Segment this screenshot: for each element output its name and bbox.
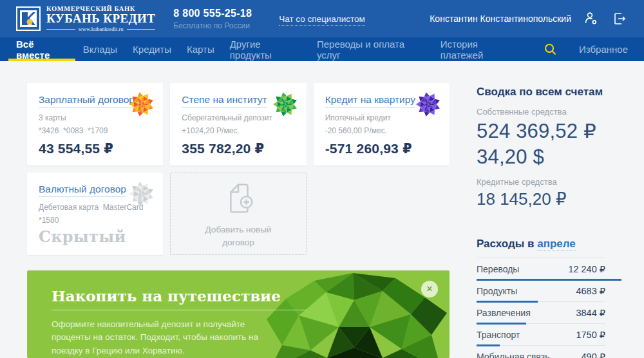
account-card-deposit[interactable]: Степе на институт Сберегательный депозит…	[170, 83, 306, 165]
nav-tab-cards[interactable]: Карты	[179, 37, 222, 61]
expenses-table: Переводы 12 240 ₽ Продукты 4683 ₽ Развле…	[477, 257, 621, 358]
phone-block: 8 800 555-25-18 Бесплатно по России	[173, 8, 252, 30]
close-icon[interactable]: ✕	[421, 281, 438, 297]
user-area: Константин Константинопольский	[430, 10, 628, 27]
main-nav: Всё вместе Вклады Кредиты Карты Другие п…	[0, 37, 644, 61]
account-balance-hidden: Скрытый	[39, 227, 126, 246]
expense-bar	[477, 323, 526, 325]
phone-number: 8 800 555-25-18	[173, 8, 252, 19]
credit-funds-rub: 18 145,20 ₽	[477, 189, 621, 209]
add-document-icon	[218, 178, 258, 218]
summary-sidebar: Сводка по всем счетам Собственные средст…	[477, 83, 621, 358]
account-balance: -571 260,93 ₽	[325, 141, 412, 156]
own-funds-rub: 524 369,52 ₽	[477, 119, 621, 143]
user-name[interactable]: Константин Константинопольский	[430, 14, 571, 24]
expenses-title: Расходы в апреле	[477, 238, 621, 250]
account-title-link[interactable]: Степе на институт	[182, 94, 267, 108]
expense-row: Продукты 4683 ₽	[477, 281, 621, 301]
expense-row: Развлечения 3844 ₽	[477, 303, 621, 323]
nav-tab-favorites[interactable]: Избранное	[571, 37, 636, 61]
bank-logo[interactable]: КОММЕРЧЕСКИЙ БАНК КУБАНЬ КРЕДИТ www.kuba…	[16, 5, 155, 32]
account-title-link[interactable]: Валютный договор	[39, 184, 126, 197]
phone-note: Бесплатно по России	[173, 21, 252, 30]
accounts-column: Зарплатный договор 3 карты*3426 *0083 *1…	[27, 83, 450, 358]
add-contract-label: Добавить новый договор	[193, 223, 283, 249]
expense-bar	[477, 301, 538, 303]
banner-body-text: Оформите накопительный депозит и получай…	[52, 318, 264, 357]
bank-site-label: www.kubankredit.ru	[46, 26, 155, 32]
own-funds-label: Собственные средства	[477, 107, 621, 117]
bank-logo-icon	[16, 6, 41, 31]
expense-row: Мобильная связь 490 ₽	[477, 346, 621, 358]
crystal-graphic	[256, 270, 450, 358]
gem-icon	[415, 91, 441, 117]
add-contract-button[interactable]: Добавить новый договор	[170, 173, 306, 255]
top-header: КОММЕРЧЕСКИЙ БАНК КУБАНЬ КРЕДИТ www.kuba…	[0, 0, 644, 37]
expense-row: Переводы 12 240 ₽	[477, 259, 621, 279]
account-balance: 43 554,55 ₽	[39, 141, 113, 156]
summary-title: Сводка по всем счетам	[477, 86, 621, 99]
logout-icon[interactable]	[611, 10, 628, 27]
expense-bar	[477, 279, 621, 281]
search-icon[interactable]	[532, 37, 569, 61]
chat-link[interactable]: Чат со специалистом	[279, 14, 365, 24]
accounts-grid: Зарплатный договор 3 карты*3426 *0083 *1…	[27, 83, 450, 255]
gem-icon	[129, 91, 155, 117]
main-area: Зарплатный договор 3 карты*3426 *0083 *1…	[0, 61, 644, 358]
banner-title: Накопить на путешествие	[52, 287, 307, 310]
bank-name-label: КУБАНЬ КРЕДИТ	[46, 12, 155, 25]
promo-banner: Накопить на путешествие Оформите накопит…	[27, 270, 450, 358]
account-balance: 355 782,20 ₽	[182, 141, 264, 156]
nav-tab-all[interactable]: Всё вместе	[8, 37, 75, 61]
account-title-link[interactable]: Кредит на квартиру	[325, 94, 415, 108]
profile-settings-icon[interactable]	[583, 10, 600, 27]
gem-icon	[129, 181, 155, 207]
own-funds-usd: 34,20 $	[477, 146, 621, 169]
account-card-currency[interactable]: Валютный договор Дебетовая карта MasterC…	[27, 173, 163, 255]
account-card-salary[interactable]: Зарплатный договор 3 карты*3426 *0083 *1…	[27, 83, 163, 165]
online-bank-page: КОММЕРЧЕСКИЙ БАНК КУБАНЬ КРЕДИТ www.kuba…	[0, 0, 644, 358]
nav-tab-deposits[interactable]: Вклады	[75, 37, 125, 61]
expenses-widget: Расходы в апреле Переводы 12 240 ₽ Проду…	[477, 238, 621, 358]
account-title-link[interactable]: Зарплатный договор	[39, 94, 135, 108]
nav-tab-credits[interactable]: Кредиты	[125, 37, 179, 61]
nav-tab-other-products[interactable]: Другие продукты	[222, 37, 309, 61]
nav-tab-transfers[interactable]: Переводы и оплата услуг	[309, 37, 433, 61]
bank-logo-text: КОММЕРЧЕСКИЙ БАНК КУБАНЬ КРЕДИТ www.kuba…	[46, 5, 155, 32]
nav-tab-history[interactable]: История платежей	[433, 37, 527, 61]
expense-bar	[477, 344, 500, 346]
expense-row: Транспорт 1750 ₽	[477, 325, 621, 344]
credit-funds-label: Кредитные средства	[477, 177, 621, 187]
month-selector-link[interactable]: апреле	[537, 238, 576, 250]
account-card-mortgage[interactable]: Кредит на квартиру Ипотечный кредит-20 5…	[314, 83, 450, 165]
gem-icon	[272, 91, 298, 117]
